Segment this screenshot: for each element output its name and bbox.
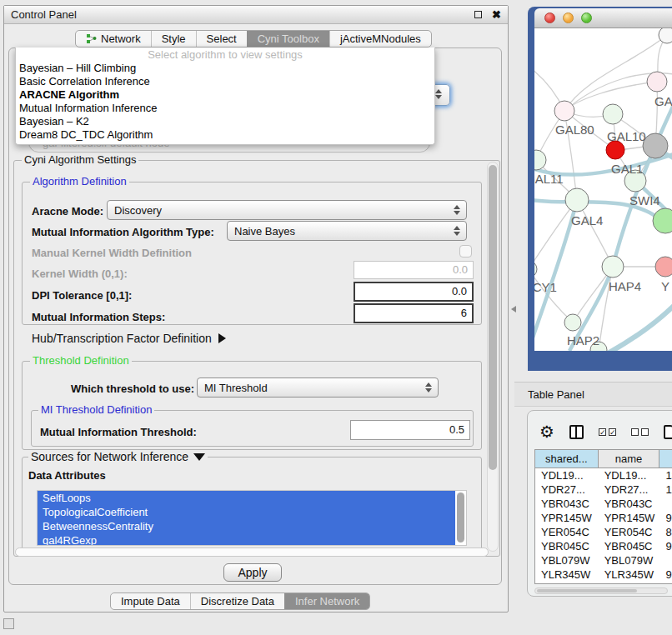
control-panel-titlebar: Control Panel ✖ xyxy=(4,6,508,24)
table-row[interactable]: YBR043C YBR043C xyxy=(535,497,672,511)
which-threshold-combo[interactable]: MI Threshold xyxy=(197,378,439,398)
network-window-titlebar[interactable] xyxy=(534,8,672,28)
node[interactable] xyxy=(659,28,672,43)
tab-impute-data[interactable]: Impute Data xyxy=(111,593,190,609)
mi-threshold-field[interactable]: 0.5 xyxy=(350,420,470,440)
node-hap4[interactable] xyxy=(602,256,624,278)
combo-stepper-icon xyxy=(450,226,464,236)
node-gal4[interactable] xyxy=(565,188,589,212)
combo-stepper-icon xyxy=(450,205,464,215)
node-swi4[interactable] xyxy=(653,208,672,233)
table-row[interactable]: YIL052C YIL052C 9. xyxy=(535,582,672,584)
tab-cyni-toolbox[interactable]: Cyni Toolbox xyxy=(247,31,329,47)
aracne-mode-value: Discovery xyxy=(114,204,450,217)
tab-network[interactable]: Network xyxy=(76,31,151,47)
algorithm-dropdown-list: Select algorithm to view settings Bayesi… xyxy=(15,48,435,145)
tab-select[interactable]: Select xyxy=(196,31,247,47)
cell: YDL19... xyxy=(599,468,660,482)
expander-collapsed-icon xyxy=(218,333,226,343)
settings-gear-icon[interactable]: ⚙ xyxy=(539,423,554,440)
node[interactable] xyxy=(655,257,672,277)
deselect-all-columns-icon[interactable] xyxy=(631,428,649,436)
dropdown-item[interactable]: Bayesian – K2 xyxy=(16,115,434,128)
dropdown-hint: Select algorithm to view settings xyxy=(16,48,434,62)
table-panel-titlebar: Table Panel xyxy=(514,382,672,407)
close-icon[interactable]: ✖ xyxy=(492,8,501,21)
tab-label: Impute Data xyxy=(121,595,180,608)
settings-vertical-scrollbar[interactable] xyxy=(487,162,499,552)
node-label: GAL80 xyxy=(555,122,594,137)
table-row[interactable]: YDL19... YDL19... 13 xyxy=(535,468,672,482)
cell: 13 xyxy=(659,468,672,482)
apply-button[interactable]: Apply xyxy=(223,563,282,582)
node-gal1-selected[interactable] xyxy=(606,141,624,159)
list-item-selected[interactable]: SelfLoops xyxy=(38,491,455,505)
node-gcy1[interactable] xyxy=(534,261,537,278)
desktop: { "window": { "title": "Control Panel", … xyxy=(0,0,672,635)
node-label: GAL4 xyxy=(571,213,603,228)
node[interactable] xyxy=(647,72,667,92)
select-all-columns-icon[interactable]: ✓ ✓ xyxy=(599,428,616,436)
cell: YBL079W xyxy=(535,553,599,568)
dpi-tolerance-field[interactable]: 0.0 xyxy=(354,282,474,302)
column-header[interactable]: name xyxy=(599,450,660,468)
dropdown-item[interactable]: Mutual Information Inference xyxy=(16,102,434,115)
scrollbar-thumb[interactable] xyxy=(537,589,637,592)
aracne-mode-combo[interactable]: Discovery xyxy=(107,200,467,220)
table-row[interactable]: YBR045C YBR045C 9. xyxy=(535,539,672,553)
tab-style[interactable]: Style xyxy=(151,31,196,47)
column-header[interactable]: A xyxy=(659,450,672,468)
list-scrollbar[interactable] xyxy=(457,492,464,542)
zoom-traffic-light-icon[interactable] xyxy=(581,12,592,23)
tab-discretize-data[interactable]: Discretize Data xyxy=(190,593,284,609)
float-window-icon[interactable] xyxy=(474,11,482,18)
panel-divider-handle[interactable] xyxy=(511,306,516,312)
dropdown-item-selected[interactable]: ARACNE Algorithm xyxy=(16,88,434,102)
list-item-selected[interactable]: gal4RGexp xyxy=(38,533,455,546)
table-horizontal-scrollbar[interactable] xyxy=(534,588,668,594)
list-item-selected[interactable]: BetweennessCentrality xyxy=(38,519,455,533)
mi-steps-field[interactable]: 6 xyxy=(354,303,474,323)
network-canvas[interactable]: GAL GAL80 GAL10 GAL1 GAL11 SWI4 GAL4 GCY… xyxy=(534,28,672,351)
group-title: Threshold Definition xyxy=(30,355,132,367)
hub-definition-expander[interactable]: Hub/Transcription Factor Definition xyxy=(32,332,226,345)
column-settings-icon[interactable] xyxy=(569,425,584,439)
node-gal80[interactable] xyxy=(554,101,574,121)
kernel-width-field[interactable]: 0.0 xyxy=(354,261,474,279)
which-threshold-value: MI Threshold xyxy=(204,382,422,394)
dropdown-item[interactable]: Basic Correlation Inference xyxy=(16,75,434,88)
minimize-traffic-light-icon[interactable] xyxy=(563,12,574,23)
tab-label: Select xyxy=(207,32,237,45)
table-row[interactable]: YPR145W YPR145W 9. xyxy=(535,511,672,525)
table-header-row: shared... name A xyxy=(535,450,672,468)
table-panel: ⚙ ✓ ✓ shared... name A YDL19... YDL19...… xyxy=(527,410,672,597)
sources-expander[interactable]: Sources for Network Inference xyxy=(28,451,208,462)
minimized-panel-icon[interactable] xyxy=(3,618,14,629)
table-row[interactable]: YBL079W YBL079W xyxy=(535,553,672,568)
table-row[interactable]: YLR345W YLR345W 9. xyxy=(535,568,672,582)
data-attributes-list: SelfLoops TopologicalCoefficient Between… xyxy=(37,490,467,546)
tab-infer-network[interactable]: Infer Network xyxy=(284,593,369,609)
settings-horizontal-scrollbar[interactable] xyxy=(15,548,489,557)
scrollbar-thumb[interactable] xyxy=(489,165,497,470)
manual-kernel-checkbox[interactable] xyxy=(459,245,472,258)
node-hap2[interactable] xyxy=(564,314,581,331)
node-label: SWI4 xyxy=(629,193,660,208)
new-table-icon[interactable] xyxy=(664,425,672,439)
node-gray[interactable] xyxy=(643,133,668,158)
tab-jactivemnodules[interactable]: jActiveMNodules xyxy=(329,31,431,47)
list-item-selected[interactable]: TopologicalCoefficient xyxy=(38,505,455,519)
table-row[interactable]: YER054C YER054C 8. xyxy=(535,525,672,539)
tab-label: Network xyxy=(101,32,141,45)
node-gal10[interactable] xyxy=(603,104,623,124)
dropdown-item[interactable]: Bayesian – Hill Climbing xyxy=(16,62,434,75)
cell: YLR345W xyxy=(535,568,599,582)
mi-type-combo[interactable]: Naive Bayes xyxy=(227,221,467,241)
column-header[interactable]: shared... xyxy=(535,450,599,468)
node-gal11[interactable] xyxy=(534,150,546,170)
node-label: GAL11 xyxy=(534,172,564,186)
dropdown-item[interactable]: Dream8 DC_TDC Algorithm xyxy=(16,128,434,142)
cell: 9. xyxy=(659,539,672,553)
close-traffic-light-icon[interactable] xyxy=(544,12,555,23)
table-row[interactable]: YDR27... YDR27... 12 xyxy=(535,482,672,497)
